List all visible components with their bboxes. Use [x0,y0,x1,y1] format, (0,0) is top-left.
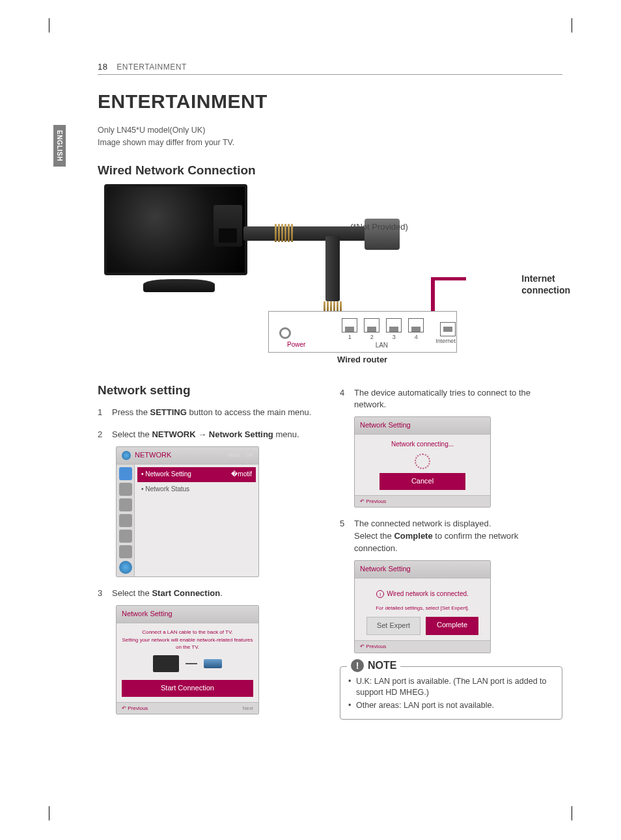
osd-connecting-title: Network Setting [360,420,411,431]
internet-wire-h [431,277,466,280]
osd-start-line2: Setting your network will enable network… [122,636,253,651]
note-item-1: U.K: LAN port is available. (The LAN por… [348,676,554,699]
page-number: 18 [98,62,107,72]
router-caption: Wired router [337,355,387,364]
globe-icon [122,451,131,460]
lan-label: LAN [376,342,388,349]
internet-label: Internet connection [521,273,570,296]
connect-illustration [122,651,253,676]
osd-start-line1: Connect a LAN cable to the back of TV. [122,629,253,636]
model-note-l2: Image shown may differ from your TV. [98,137,562,149]
note-label: NOTE [368,660,396,671]
connection-diagram: (*Not Provided) Internet connection Powe… [98,184,562,366]
connecting-msg: Network connecting... [360,440,485,450]
menu-icon [119,467,132,480]
osd-network-menu: NETWORK MoveOK [116,446,259,577]
cancel-button[interactable]: Cancel [380,473,465,490]
info-icon: i [376,590,384,598]
menu-icon [119,530,132,543]
step-5: The connected network is displayed. Sele… [340,518,562,653]
note-box: ! NOTE U.K: LAN port is available. (The … [340,666,562,720]
port-1: 1 [348,334,352,340]
step-1: Press the SETTING button to access the m… [98,407,320,419]
heading-wired: Wired Network Connection [98,163,562,178]
lan-cable [243,220,374,311]
port-3: 3 [393,334,396,340]
globe-icon [119,561,132,574]
menu-icon [119,545,132,558]
port-2: 2 [370,334,374,340]
osd-connected-title: Network Setting [360,564,411,575]
osd-start-connection: Network Setting Connect a LAN cable to t… [116,605,259,714]
previous-button[interactable]: Previous [360,643,386,651]
step-4: The device automatically tries to connec… [340,387,562,508]
cable-down [325,236,340,301]
power-label: Power [287,341,305,348]
expert-hint: For detailed settings, select [Set Exper… [360,604,485,612]
osd-net-title: NETWORK [135,450,171,461]
model-note-l1: Only LN45*U model(Only UK) [98,124,562,137]
tv-lan-port [214,205,242,247]
previous-button[interactable]: Previous [122,705,148,712]
port-4: 4 [415,334,418,340]
running-header: 18 ENTERTAINMENT [98,62,562,75]
osd-connected: Network Setting iWired network is connec… [354,560,491,653]
power-icon [279,327,291,339]
internet-port-label: Internet [435,338,456,344]
menu-icon [119,483,132,496]
router-illustration: Power 1 2 3 4 LAN Internet [268,311,457,353]
language-tab: ENGLISH [53,125,66,167]
not-provided-label: (*Not Provided) [350,222,408,232]
osd-start-title: Network Setting [122,609,172,619]
complete-button[interactable]: Complete [426,617,478,635]
note-icon: ! [351,659,364,672]
note-item-2: Other areas: LAN port is not available. [348,700,554,712]
previous-button[interactable]: Previous [360,498,386,506]
model-note: Only LN45*U model(Only UK) Image shown m… [98,124,562,149]
step-3: Select the Start Connection. Network Set… [98,588,320,714]
menu-icon [119,498,132,511]
heading-network-setting: Network setting [98,383,320,398]
section-name: ENTERTAINMENT [117,62,186,72]
next-label: Next [243,705,253,712]
connected-msg: Wired network is connected. [387,590,469,597]
step-2: Select the NETWORK → Network Setting men… [98,429,320,577]
start-connection-button[interactable]: Start Connection [122,680,253,697]
internet-port [440,322,456,336]
set-expert-button[interactable]: Set Expert [366,617,421,635]
page-title: ENTERTAINMENT [98,90,562,113]
osd-connecting: Network Setting Network connecting... Ca… [354,416,491,508]
osd-row-selected: Network Setting�motif [137,467,256,482]
menu-icon [119,514,132,527]
osd-row: • Network Status [137,482,256,497]
spinner-icon [415,454,430,469]
